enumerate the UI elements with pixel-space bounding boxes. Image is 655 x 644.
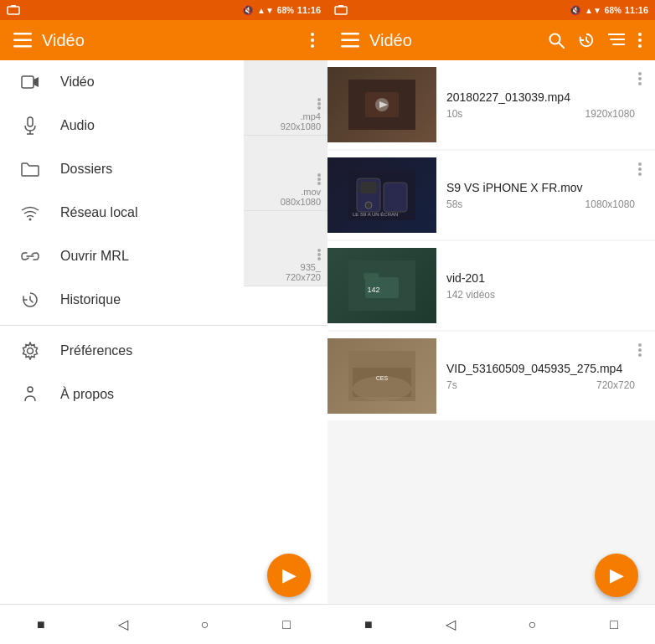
svg-point-18 xyxy=(317,102,321,106)
svg-point-24 xyxy=(317,253,321,256)
blurred-text-1a xyxy=(250,98,321,111)
svg-point-37 xyxy=(638,39,642,42)
right-square-icon: ■ xyxy=(364,617,373,632)
right-nav-back[interactable]: ◁ xyxy=(434,608,467,641)
right-drawer-icon[interactable] xyxy=(341,33,359,48)
left-fab-icon: ▶ xyxy=(282,564,297,586)
video-more-1[interactable] xyxy=(635,67,645,93)
right-fab-icon: ▶ xyxy=(610,564,624,586)
svg-rect-2 xyxy=(13,33,32,35)
hamburger-svg xyxy=(13,33,32,48)
right-panel: 🔇 ▲▼ 68% 11:16 Vidéo xyxy=(328,0,655,644)
video-title-1: 20180227_013039.mp4 xyxy=(446,90,635,105)
video-more-2[interactable] xyxy=(635,157,645,183)
settings-icon xyxy=(20,341,40,361)
sidebar-item-preferences[interactable]: Préférences xyxy=(0,329,328,373)
blurred-item-2: .mov 080x1080 xyxy=(244,136,328,211)
right-nav-square[interactable]: ■ xyxy=(352,608,385,641)
settings-svg xyxy=(21,342,39,360)
right-more-icon[interactable] xyxy=(638,33,642,48)
left-nav-home[interactable]: ○ xyxy=(188,608,221,641)
svg-rect-27 xyxy=(338,5,343,7)
square-icon: ■ xyxy=(37,617,45,632)
svg-point-66 xyxy=(638,343,642,347)
video-item-1[interactable]: 20180227_013039.mp4 10s 1920x1080 xyxy=(328,60,655,149)
svg-point-53 xyxy=(638,167,642,171)
thumb-2-svg: LE S9 A UN ÉCRAN xyxy=(348,170,415,220)
video-info-1: 20180227_013039.mp4 10s 1920x1080 xyxy=(446,90,635,120)
video-title-3: vid-201 xyxy=(446,270,635,286)
video-item-4[interactable]: CES VID_53160509_045935_275.mp4 7s 720x7… xyxy=(328,332,655,420)
search-icon[interactable] xyxy=(548,32,565,49)
video-resolution-2: 1080x1080 xyxy=(585,198,635,210)
thumb-4-svg: CES xyxy=(348,351,415,401)
right-three-dots-svg xyxy=(638,33,642,48)
network-svg xyxy=(21,204,39,221)
right-hamburger-svg xyxy=(341,33,359,48)
blurred-text-2b: .mov xyxy=(250,187,321,197)
link-icon xyxy=(20,246,40,266)
left-nav-square[interactable]: ■ xyxy=(24,608,58,641)
left-nav-back[interactable]: ◁ xyxy=(106,608,140,641)
folder-svg xyxy=(21,162,39,177)
audio-icon xyxy=(20,116,40,136)
right-nav-recent[interactable]: □ xyxy=(597,608,631,641)
svg-text:CES: CES xyxy=(376,375,389,381)
menu-divider xyxy=(0,325,328,326)
left-bottom-nav: ■ ◁ ○ □ xyxy=(0,604,328,644)
right-top-bar: Vidéo xyxy=(328,20,655,60)
blurred-item-1: .mp4 920x1080 xyxy=(244,60,328,136)
left-status-bar: 🔇 ▲▼ 68% 11:16 xyxy=(0,0,328,20)
blurred-text-3c: 720x720 xyxy=(250,272,321,282)
blurred-text-1c: 920x1080 xyxy=(250,121,321,131)
svg-point-68 xyxy=(638,353,642,357)
video-info-4: VID_53160509_045935_275.mp4 7s 720x720 xyxy=(446,361,635,391)
left-nav-recent[interactable]: □ xyxy=(270,608,303,641)
right-status-left xyxy=(334,5,348,15)
svg-point-36 xyxy=(638,33,642,36)
sort-icon[interactable] xyxy=(608,33,625,48)
svg-rect-29 xyxy=(341,39,359,42)
svg-rect-28 xyxy=(341,33,359,35)
blurred-text-3b: 935_ xyxy=(250,262,321,272)
video-thumb-3: 142 xyxy=(328,248,436,323)
svg-point-67 xyxy=(638,348,642,352)
svg-point-54 xyxy=(638,173,642,176)
recent-icon: □ xyxy=(282,617,291,632)
right-toolbar-icons xyxy=(548,32,642,49)
video-item-2[interactable]: LE S9 A UN ÉCRAN S9 VS iPHONE X FR.mov 5… xyxy=(328,151,655,240)
video-title-4: VID_53160509_045935_275.mp4 xyxy=(446,361,635,376)
more-vert-icon[interactable] xyxy=(311,33,314,48)
battery-text: 68% xyxy=(277,6,294,15)
video-more-4[interactable] xyxy=(635,338,645,364)
video-info-2: S9 VS iPHONE X FR.mov 58s 1080x1080 xyxy=(446,180,635,210)
left-title: Vidéo xyxy=(42,31,301,50)
svg-text:142: 142 xyxy=(367,286,379,294)
time-left: 11:16 xyxy=(297,5,321,15)
left-fab[interactable]: ▶ xyxy=(267,554,311,597)
right-title: Vidéo xyxy=(369,31,538,50)
svg-point-38 xyxy=(638,44,642,48)
history-icon[interactable] xyxy=(578,32,595,49)
sidebar-item-apropos[interactable]: À propos xyxy=(0,373,328,416)
left-status-right: 🔇 ▲▼ 68% 11:16 xyxy=(242,5,321,16)
blurred-text-1b: .mp4 xyxy=(250,111,321,121)
search-svg xyxy=(548,32,565,49)
right-mute-icon: 🔇 xyxy=(570,5,581,16)
video-item-3[interactable]: 142 vid-201 142 vidéos xyxy=(328,241,655,330)
thumb-3-svg: 142 xyxy=(348,260,415,311)
right-fab[interactable]: ▶ xyxy=(595,554,638,597)
svg-point-5 xyxy=(311,33,314,36)
blurred-text-3a xyxy=(250,249,321,262)
video-title-2: S9 VS iPHONE X FR.mov xyxy=(446,180,635,195)
svg-line-32 xyxy=(559,43,564,48)
right-nav-home[interactable]: ○ xyxy=(515,608,549,641)
right-signal-bars: ▲▼ xyxy=(585,6,601,15)
video-svg xyxy=(21,75,39,89)
drawer-icon[interactable] xyxy=(13,33,32,48)
blurred-text-2c: 080x1080 xyxy=(250,197,321,207)
sidebar-item-dossiers-label: Dossiers xyxy=(60,162,112,177)
svg-rect-0 xyxy=(8,7,19,14)
sidebar-item-ouvrir-label: Ouvrir MRL xyxy=(60,249,129,264)
mute-icon: 🔇 xyxy=(242,5,254,16)
